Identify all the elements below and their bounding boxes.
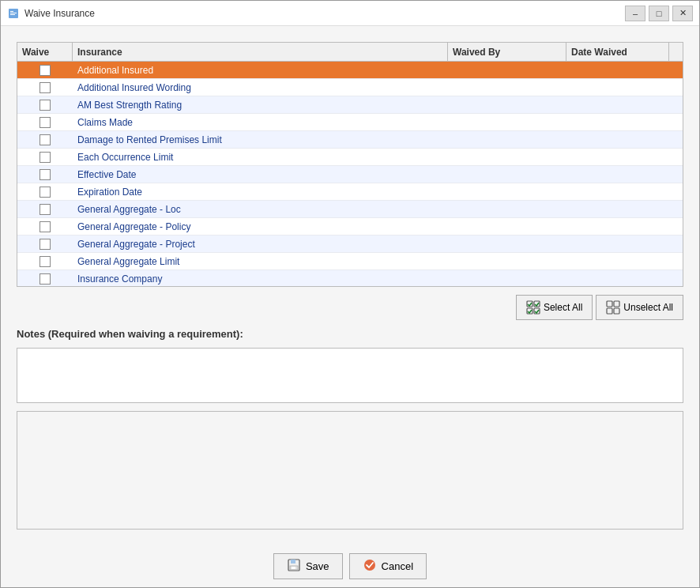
date-waived-cell <box>580 218 683 235</box>
insurance-cell: General Aggregate - Loc <box>73 201 461 217</box>
table-body[interactable]: Additional InsuredAdditional Insured Wor… <box>17 62 683 286</box>
main-window: Waive Insurance – □ ✕ Waive Insurance Wa… <box>0 0 700 588</box>
insurance-cell: Additional Insured <box>73 62 461 78</box>
waive-cell[interactable] <box>17 131 73 148</box>
insurance-cell: Damage to Rented Premises Limit <box>73 131 461 148</box>
waived-by-cell <box>461 201 580 217</box>
insurance-cell: Claims Made <box>73 114 461 130</box>
waive-checkbox[interactable] <box>40 169 51 180</box>
window-title: Waive Insurance <box>24 8 625 19</box>
bottom-bar: Save Cancel <box>1 545 699 587</box>
minimize-button[interactable]: – <box>625 6 645 21</box>
table-row[interactable]: General Aggregate - Project <box>17 236 683 253</box>
waive-cell[interactable] <box>17 79 73 96</box>
waive-checkbox[interactable] <box>40 221 51 232</box>
waive-cell[interactable] <box>17 62 73 78</box>
date-waived-cell <box>580 62 683 78</box>
date-waived-cell <box>580 253 683 270</box>
waive-checkbox[interactable] <box>40 239 51 250</box>
svg-rect-3 <box>10 14 15 15</box>
waive-checkbox[interactable] <box>40 117 51 128</box>
notes-input[interactable] <box>17 348 683 403</box>
unselect-all-icon <box>606 300 620 315</box>
col-waived-by: Waived By <box>448 43 566 61</box>
date-waived-cell <box>580 149 683 165</box>
svg-rect-9 <box>614 301 619 307</box>
col-date-waived: Date Waived <box>566 43 669 61</box>
select-all-icon <box>526 300 540 315</box>
svg-rect-8 <box>607 301 612 307</box>
insurance-cell: Expiration Date <box>73 183 461 200</box>
unselect-all-button[interactable]: Unselect All <box>596 295 683 320</box>
date-waived-cell <box>580 236 683 252</box>
table-row[interactable]: Additional Insured <box>17 62 683 79</box>
waive-cell[interactable] <box>17 149 73 165</box>
svg-rect-10 <box>607 308 612 314</box>
waive-cell[interactable] <box>17 114 73 130</box>
waive-cell[interactable] <box>17 96 73 113</box>
waived-by-cell <box>461 270 580 286</box>
waived-by-cell <box>461 253 580 270</box>
waive-checkbox[interactable] <box>40 134 51 145</box>
svg-rect-1 <box>10 11 13 12</box>
waive-cell[interactable] <box>17 270 73 286</box>
waive-checkbox[interactable] <box>40 256 51 267</box>
table-row[interactable]: General Aggregate - Loc <box>17 201 683 218</box>
insurance-cell: Each Occurrence Limit <box>73 149 461 165</box>
waive-cell[interactable] <box>17 236 73 252</box>
waived-by-cell <box>461 131 580 148</box>
waive-checkbox[interactable] <box>40 82 51 93</box>
svg-rect-2 <box>10 13 17 13</box>
action-buttons-row: Select All Unselect All <box>17 295 683 320</box>
table-row[interactable]: Claims Made <box>17 114 683 131</box>
svg-rect-13 <box>291 560 295 564</box>
window-icon <box>7 7 20 20</box>
lower-text-area[interactable] <box>17 411 683 530</box>
main-content: Waive Insurance Waived By Date Waived Ad… <box>1 26 699 545</box>
select-all-label: Select All <box>544 302 582 313</box>
waive-cell[interactable] <box>17 183 73 200</box>
date-waived-cell <box>580 201 683 217</box>
svg-rect-11 <box>614 308 619 314</box>
waive-cell[interactable] <box>17 201 73 217</box>
waive-checkbox[interactable] <box>40 273 51 285</box>
title-bar-controls: – □ ✕ <box>625 6 693 21</box>
save-button[interactable]: Save <box>273 553 343 579</box>
waived-by-cell <box>461 114 580 130</box>
table-row[interactable]: Additional Insured Wording <box>17 79 683 96</box>
table-row[interactable]: AM Best Strength Rating <box>17 96 683 114</box>
table-row[interactable]: General Aggregate - Policy <box>17 218 683 236</box>
table-row[interactable]: Insurance Company <box>17 270 683 286</box>
waived-by-cell <box>461 79 580 96</box>
insurance-cell: General Aggregate Limit <box>73 253 461 270</box>
waive-checkbox[interactable] <box>40 187 51 198</box>
waive-checkbox[interactable] <box>40 65 51 76</box>
date-waived-cell <box>580 114 683 130</box>
svg-rect-15 <box>292 567 295 569</box>
waive-checkbox[interactable] <box>40 152 51 163</box>
maximize-button[interactable]: □ <box>649 6 669 21</box>
waive-cell[interactable] <box>17 253 73 270</box>
table-row[interactable]: Each Occurrence Limit <box>17 149 683 166</box>
waive-checkbox[interactable] <box>40 100 51 111</box>
date-waived-cell <box>580 183 683 200</box>
table-row[interactable]: Effective Date <box>17 166 683 183</box>
waived-by-cell <box>461 183 580 200</box>
col-waive: Waive <box>17 43 73 61</box>
waived-by-cell <box>461 149 580 165</box>
table-row[interactable]: Damage to Rented Premises Limit <box>17 131 683 149</box>
select-all-button[interactable]: Select All <box>516 295 593 320</box>
insurance-cell: Insurance Company <box>73 270 461 286</box>
close-button[interactable]: ✕ <box>672 6 693 21</box>
date-waived-cell <box>580 96 683 113</box>
notes-label: Notes (Required when waiving a requireme… <box>17 328 683 340</box>
waive-cell[interactable] <box>17 166 73 183</box>
table-row[interactable]: General Aggregate Limit <box>17 253 683 270</box>
title-bar: Waive Insurance – □ ✕ <box>1 1 699 26</box>
insurance-table: Waive Insurance Waived By Date Waived Ad… <box>17 42 683 287</box>
cancel-button[interactable]: Cancel <box>349 553 427 579</box>
waive-checkbox[interactable] <box>40 204 51 215</box>
table-row[interactable]: Expiration Date <box>17 183 683 201</box>
waive-cell[interactable] <box>17 218 73 235</box>
col-insurance: Insurance <box>73 43 448 61</box>
